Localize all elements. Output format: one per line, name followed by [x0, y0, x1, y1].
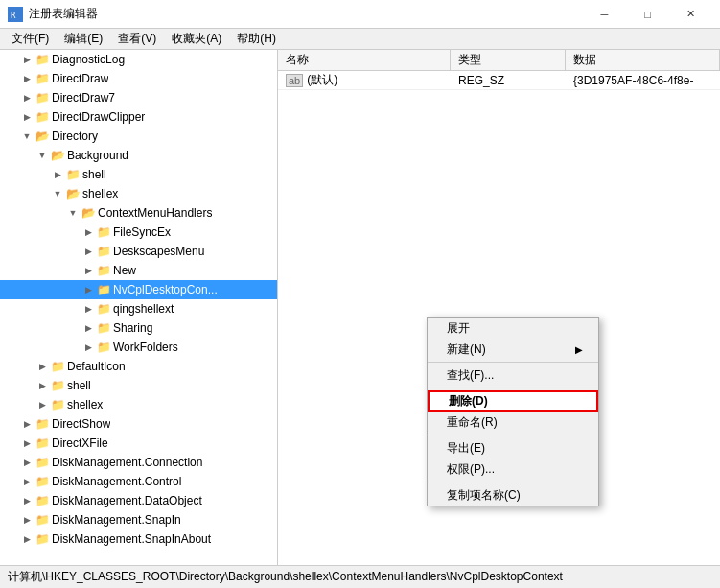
ctx-new[interactable]: 新建(N) ▶	[428, 339, 598, 360]
tree-label-shellex: shellex	[82, 187, 118, 200]
ctx-sep-1	[428, 362, 598, 363]
tree-item-sharing[interactable]: ▶ 📁 Sharing	[0, 318, 277, 338]
ctx-rename[interactable]: 重命名(R)	[428, 412, 598, 433]
tree-item-nvcpldesktopcon[interactable]: ▶ 📁 NvCplDesktopCon...	[0, 280, 277, 299]
folder-icon-qingshellext: 📁	[96, 301, 111, 317]
menu-file[interactable]: 文件(F)	[4, 29, 57, 49]
tree-label-qingshellext: qingshellext	[113, 302, 174, 316]
expand-icon-directdraw: ▶	[19, 71, 35, 86]
tree-label-defaulticon: DefaultIcon	[67, 360, 126, 373]
tree-item-directxfile[interactable]: ▶ 📁 DirectXFile	[0, 434, 277, 453]
tree-item-filesyncex[interactable]: ▶ 📁 FileSyncEx	[0, 223, 277, 242]
tree-item-deskscapesmenu[interactable]: ▶ 📁 DeskscapesMenu	[0, 242, 277, 261]
tree-item-shellex2[interactable]: ▶ 📁 shellex	[0, 395, 277, 414]
expand-icon-qingshellext: ▶	[81, 301, 96, 317]
status-text: 计算机\HKEY_CLASSES_ROOT\Directory\Backgrou…	[8, 569, 563, 585]
tree-item-diskmanagement-dataobject[interactable]: ▶ 📁 DiskManagement.DataObject	[0, 491, 277, 510]
tree-item-directshow[interactable]: ▶ 📁 DirectShow	[0, 414, 277, 434]
folder-icon-directory: 📂	[35, 129, 50, 144]
ctx-delete[interactable]: 删除(D)	[428, 390, 598, 412]
tree-item-directdraw[interactable]: ▶ 📁 DirectDraw	[0, 69, 277, 88]
folder-icon-workfolders: 📁	[96, 340, 111, 355]
app-icon: R	[8, 7, 23, 22]
tree-label-directxfile: DirectXFile	[52, 436, 108, 450]
tree-item-shell2[interactable]: ▶ 📁 shell	[0, 376, 277, 395]
expand-icon-diskmanagement-snapin: ▶	[19, 512, 35, 528]
tree-label-diskmanagement-dataobject: DiskManagement.DataObject	[52, 494, 202, 507]
folder-icon-directdraw: 📁	[35, 71, 50, 86]
minimize-button[interactable]: ─	[583, 0, 626, 29]
title-bar-buttons: ─ □ ✕	[583, 0, 712, 29]
tree-label-directdraw7: DirectDraw7	[52, 91, 115, 105]
expand-icon-directory: ▼	[19, 129, 35, 144]
menu-edit[interactable]: 编辑(E)	[57, 29, 110, 49]
folder-icon-directxfile: 📁	[35, 435, 50, 451]
tree-item-defaulticon[interactable]: ▶ 📁 DefaultIcon	[0, 357, 277, 376]
tree-item-diskmanagement-snapinabout[interactable]: ▶ 📁 DiskManagement.SnapInAbout	[0, 529, 277, 549]
folder-icon-diskmanagement-dataobject: 📁	[35, 493, 50, 508]
col-header-type: 类型	[451, 50, 566, 70]
tree-label-shell2: shell	[67, 379, 91, 392]
folder-icon-nvcpldesktopcon: 📁	[96, 282, 111, 297]
folder-icon-diskmanagement-control: 📁	[35, 474, 50, 489]
folder-icon-contextmenuhandlers: 📂	[81, 205, 96, 221]
ctx-delete-label: 删除(D)	[449, 393, 488, 410]
col-header-data: 数据	[566, 50, 720, 70]
ctx-permissions-label: 权限(P)...	[447, 461, 495, 478]
tree-item-directdrawclipper[interactable]: ▶ 📁 DirectDrawClipper	[0, 107, 277, 127]
tree-panel: ▶ 📁 DiagnosticLog ▶ 📁 DirectDraw ▶ 📁 Dir…	[0, 50, 278, 565]
td-data-default: {3D1975AF-48C6-4f8e-	[566, 74, 720, 87]
close-button[interactable]: ✕	[669, 0, 712, 29]
ctx-sep-4	[428, 482, 598, 482]
folder-icon-sharing: 📁	[96, 320, 111, 336]
status-bar: 计算机\HKEY_CLASSES_ROOT\Directory\Backgrou…	[0, 565, 720, 588]
tree-item-diskmanagement-control[interactable]: ▶ 📁 DiskManagement.Control	[0, 472, 277, 491]
folder-icon-diskmanagement-connection: 📁	[35, 455, 50, 470]
ctx-expand[interactable]: 展开	[428, 318, 598, 339]
folder-icon-diskmanagement-snapinabout: 📁	[35, 531, 50, 547]
expand-icon-diskmanagement-connection: ▶	[19, 455, 35, 470]
tree-label-background: Background	[67, 149, 128, 162]
menu-help[interactable]: 帮助(H)	[229, 29, 284, 49]
tree-item-diagnosticlog[interactable]: ▶ 📁 DiagnosticLog	[0, 50, 277, 69]
tree-item-diskmanagement-connection[interactable]: ▶ 📁 DiskManagement.Connection	[0, 453, 277, 472]
folder-icon-directshow: 📁	[35, 416, 50, 432]
maximize-button[interactable]: □	[626, 0, 669, 29]
menu-bar: 文件(F) 编辑(E) 查看(V) 收藏夹(A) 帮助(H)	[0, 29, 720, 50]
menu-view[interactable]: 查看(V)	[110, 29, 164, 49]
tree-item-workfolders[interactable]: ▶ 📁 WorkFolders	[0, 338, 277, 357]
folder-icon-filesyncex: 📁	[96, 224, 111, 240]
tree-scroll[interactable]: ▶ 📁 DiagnosticLog ▶ 📁 DirectDraw ▶ 📁 Dir…	[0, 50, 277, 565]
tree-label-sharing: Sharing	[113, 321, 152, 335]
tree-item-qingshellext[interactable]: ▶ 📁 qingshellext	[0, 299, 277, 318]
expand-icon-contextmenuhandlers: ▼	[65, 205, 81, 221]
ctx-find[interactable]: 查找(F)...	[428, 365, 598, 386]
window-title: 注册表编辑器	[29, 6, 98, 22]
context-menu: 展开 新建(N) ▶ 查找(F)... 删除(D) 重命名(R) 导出(E)	[427, 317, 599, 506]
menu-favorites[interactable]: 收藏夹(A)	[164, 29, 229, 49]
tree-item-contextmenuhandlers[interactable]: ▼ 📂 ContextMenuHandlers	[0, 203, 277, 223]
ctx-copyname[interactable]: 复制项名称(C)	[428, 484, 598, 506]
ctx-copyname-label: 复制项名称(C)	[447, 487, 521, 504]
svg-text:R: R	[11, 11, 16, 20]
ctx-new-label: 新建(N)	[447, 341, 486, 358]
tree-item-shellex[interactable]: ▼ 📂 shellex	[0, 184, 277, 203]
tree-item-diskmanagement-snapin[interactable]: ▶ 📁 DiskManagement.SnapIn	[0, 510, 277, 529]
ctx-export[interactable]: 导出(E)	[428, 437, 598, 459]
ctx-permissions[interactable]: 权限(P)...	[428, 459, 598, 480]
tree-item-shell[interactable]: ▶ 📁 shell	[0, 165, 277, 184]
expand-icon-directdraw7: ▶	[19, 90, 35, 106]
tree-label-shellex2: shellex	[67, 398, 103, 412]
col-header-name: 名称	[278, 50, 451, 70]
tree-label-nvcpldesktopcon: NvCplDesktopCon...	[113, 283, 218, 296]
table-header: 名称 类型 数据	[278, 50, 720, 71]
td-type-default: REG_SZ	[451, 74, 566, 87]
expand-icon-shell: ▶	[50, 167, 65, 182]
tree-item-directory[interactable]: ▼ 📂 Directory	[0, 127, 277, 146]
tree-item-new[interactable]: ▶ 📁 New	[0, 261, 277, 280]
table-row[interactable]: ab (默认) REG_SZ {3D1975AF-48C6-4f8e-	[278, 71, 720, 90]
td-name-default: ab (默认)	[278, 72, 451, 88]
tree-item-directdraw7[interactable]: ▶ 📁 DirectDraw7	[0, 88, 277, 107]
tree-item-background[interactable]: ▼ 📂 Background	[0, 146, 277, 165]
expand-icon-filesyncex: ▶	[81, 224, 96, 240]
